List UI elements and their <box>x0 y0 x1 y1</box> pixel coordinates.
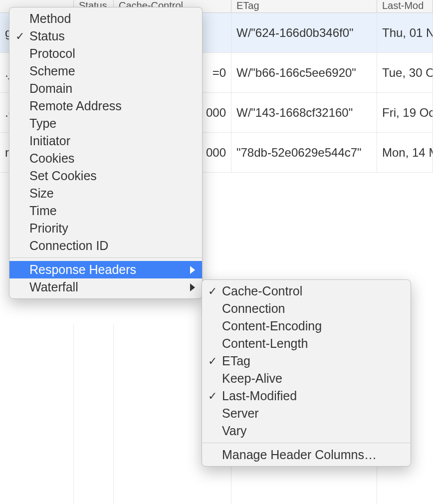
menu-item-label: Set Cookies <box>29 169 195 183</box>
menu-item-method[interactable]: Method <box>9 10 202 27</box>
submenu-item-server[interactable]: Server <box>202 405 411 422</box>
menu-item-domain[interactable]: Domain <box>9 80 202 97</box>
menu-item-response-headers[interactable]: Response Headers <box>9 261 202 278</box>
menu-item-label: Status <box>29 29 195 43</box>
submenu-item-etag[interactable]: ✓ ETag <box>202 352 411 370</box>
col-header-etag[interactable]: ETag <box>231 0 377 12</box>
menu-item-status[interactable]: ✓ Status <box>9 27 202 45</box>
menu-item-scheme[interactable]: Scheme <box>9 62 202 80</box>
check-icon: ✓ <box>208 285 222 298</box>
submenu-item-label: Keep-Alive <box>222 371 404 386</box>
menu-item-label: Time <box>29 204 195 218</box>
submenu-item-label: Content-Length <box>222 336 404 351</box>
check-icon: ✓ <box>208 390 222 403</box>
submenu-item-label: Vary <box>222 424 404 438</box>
cell-etag: W/"143-1668cf32160" <box>231 93 377 132</box>
column-divider <box>113 324 114 504</box>
cell-lastmod: Tue, 30 O <box>377 53 433 92</box>
cell-lastmod: Fri, 19 Oc <box>377 93 433 132</box>
submenu-item-label: Server <box>222 406 404 421</box>
menu-item-set-cookies[interactable]: Set Cookies <box>9 167 202 185</box>
col-header-lastmodified[interactable]: Last-Mod <box>377 0 433 12</box>
submenu-item-label: Cache-Control <box>222 284 404 298</box>
menu-item-protocol[interactable]: Protocol <box>9 45 202 62</box>
submenu-item-manage-columns[interactable]: Manage Header Columns… <box>202 446 411 464</box>
check-icon: ✓ <box>15 30 29 43</box>
columns-context-menu: Method ✓ Status Protocol Scheme Domain R… <box>9 7 203 299</box>
menu-item-label: Waterfall <box>29 280 195 294</box>
menu-item-label: Domain <box>29 81 195 96</box>
menu-item-connection-id[interactable]: Connection ID <box>9 237 202 254</box>
menu-separator <box>202 443 411 443</box>
column-divider <box>73 324 74 504</box>
cell-lastmod: Thu, 01 N <box>377 13 433 52</box>
cell-lastmod: Mon, 14 M <box>377 133 433 172</box>
menu-item-label: Cookies <box>29 151 195 166</box>
menu-item-waterfall[interactable]: Waterfall <box>9 278 202 296</box>
menu-item-label: Protocol <box>29 46 195 61</box>
menu-item-label: Priority <box>29 221 195 236</box>
submenu-item-label: Manage Header Columns… <box>222 448 404 462</box>
menu-item-size[interactable]: Size <box>9 185 202 202</box>
submenu-item-label: Connection <box>222 301 404 316</box>
menu-item-label: Response Headers <box>29 262 195 277</box>
menu-item-label: Remote Address <box>29 99 195 113</box>
submenu-item-label: Last-Modified <box>222 389 404 403</box>
check-icon: ✓ <box>208 355 222 368</box>
cell-etag: W/"b66-166c5ee6920" <box>231 53 377 92</box>
menu-item-time[interactable]: Time <box>9 202 202 220</box>
menu-item-remote-address[interactable]: Remote Address <box>9 97 202 115</box>
submenu-item-content-encoding[interactable]: Content-Encoding <box>202 317 411 335</box>
submenu-item-keep-alive[interactable]: Keep-Alive <box>202 370 411 387</box>
menu-item-label: Initiator <box>29 134 195 148</box>
menu-item-label: Method <box>29 11 195 26</box>
menu-item-label: Type <box>29 116 195 131</box>
submenu-item-content-length[interactable]: Content-Length <box>202 335 411 352</box>
cell-etag: W/"624-166d0b346f0" <box>231 13 377 52</box>
menu-item-cookies[interactable]: Cookies <box>9 150 202 167</box>
menu-item-priority[interactable]: Priority <box>9 220 202 237</box>
menu-item-label: Size <box>29 186 195 201</box>
menu-item-label: Connection ID <box>29 239 195 253</box>
submenu-item-label: Content-Encoding <box>222 319 404 333</box>
cell-etag: "78db-52e0629e544c7" <box>231 133 377 172</box>
submenu-item-connection[interactable]: Connection <box>202 300 411 317</box>
submenu-item-vary[interactable]: Vary <box>202 422 411 440</box>
menu-item-initiator[interactable]: Initiator <box>9 132 202 150</box>
submenu-item-last-modified[interactable]: ✓ Last-Modified <box>202 387 411 405</box>
menu-item-label: Scheme <box>29 64 195 78</box>
submenu-item-cache-control[interactable]: ✓ Cache-Control <box>202 282 411 300</box>
submenu-item-label: ETag <box>222 354 404 368</box>
response-headers-submenu: ✓ Cache-Control Connection Content-Encod… <box>202 279 411 467</box>
menu-item-type[interactable]: Type <box>9 115 202 132</box>
menu-separator <box>9 257 202 258</box>
